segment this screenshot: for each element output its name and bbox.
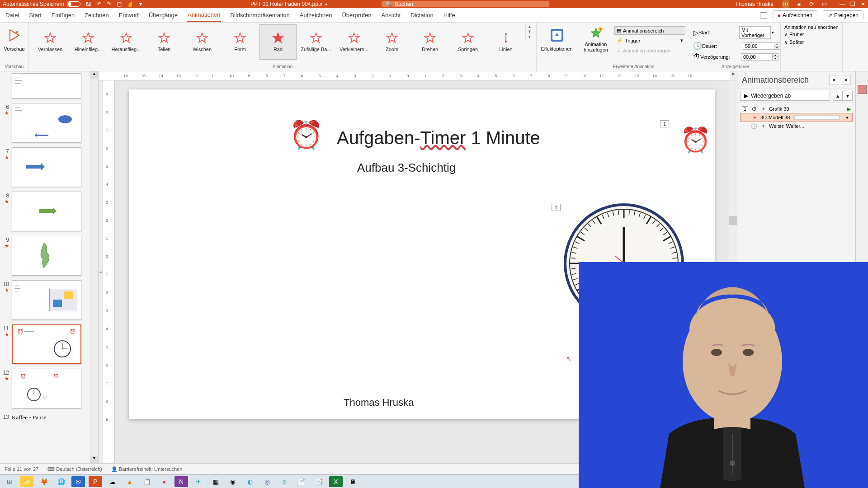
preview-icon[interactable] [6, 27, 23, 43]
firefox-icon[interactable]: 🦊 [37, 476, 51, 487]
spaeter-button[interactable]: ∨ Später [784, 39, 839, 45]
anim-hineinflieg[interactable]: Hineinflieg... [70, 24, 107, 60]
powerpoint-icon[interactable]: P [89, 476, 102, 487]
frueher-button[interactable]: ∧ Früher [784, 32, 839, 38]
sidebar-tool-icon[interactable] [858, 85, 867, 94]
tab-ueberpruefen[interactable]: Überprüfen [341, 9, 372, 21]
slide-thumb-13[interactable]: Kaffee - Pause [12, 413, 81, 422]
tab-ansicht[interactable]: Ansicht [380, 9, 401, 21]
anim-wischen[interactable]: Wischen [184, 24, 221, 60]
share-button[interactable]: ↗Freigeben [823, 10, 863, 20]
maximize-icon[interactable]: ❐ [850, 1, 855, 7]
redo-icon[interactable]: ↷ [107, 1, 111, 7]
telegram-icon[interactable]: ✈ [192, 476, 205, 487]
autosave-toggle[interactable]: Automatisches Speichern [3, 1, 80, 7]
animpane-options-icon[interactable]: ▾ [829, 75, 839, 85]
anim-item-grafik39[interactable]: 1 ⏱ ✦ Grafik 39 ▶ [740, 105, 853, 113]
animationsbereich-button[interactable]: ▤Animationsbereich [614, 26, 685, 35]
gallery-scroll[interactable]: ▲▼▾ [525, 24, 533, 39]
slide-thumb-6[interactable]: ━━━━━━━━━ [12, 103, 81, 143]
slide-thumb-10[interactable]: ━━━━━━━━━━ [12, 280, 81, 320]
anim-zoom[interactable]: Zoom [373, 24, 410, 60]
app-icon-1[interactable]: ☁ [106, 476, 119, 487]
vlc-icon[interactable]: ▲ [123, 476, 137, 487]
chrome-icon[interactable]: 🌐 [54, 476, 68, 487]
save-icon[interactable]: 🖫 [86, 1, 91, 7]
move-up-button[interactable]: ▲ [833, 91, 843, 101]
tab-einfuegen[interactable]: Einfügen [51, 9, 75, 21]
animpane-close-icon[interactable]: ✕ [841, 75, 851, 85]
undo-icon[interactable]: ↶ [97, 1, 101, 7]
explorer-icon[interactable]: 📁 [20, 476, 33, 487]
slide-thumb-7[interactable] [12, 147, 81, 187]
effect-options-icon[interactable] [548, 26, 566, 44]
anim-teilen[interactable]: Teilen [146, 24, 183, 60]
touch-icon[interactable]: ☝ [127, 1, 134, 7]
slide-thumb-11[interactable]: ⏰━━━━━━━⏰ [12, 324, 81, 364]
username[interactable]: Thomas Hruska [735, 1, 774, 7]
tab-datei[interactable]: Datei [5, 9, 20, 21]
status-access[interactable]: 👤 Barrierefreiheit: Untersuchen [111, 466, 183, 472]
app-icon-8[interactable]: 📑 [312, 476, 326, 487]
filename[interactable]: PPT 01 Roter Faden 004.pptx ▾ [250, 1, 327, 7]
app-icon-9[interactable]: 🖥 [346, 476, 360, 487]
app-icon-6[interactable]: ◎ [260, 476, 274, 487]
close-icon[interactable]: ✕ [861, 1, 865, 7]
hscroll-right[interactable]: ▶ [730, 71, 737, 80]
anim-springen[interactable]: Springen [449, 24, 486, 60]
app-icon-3[interactable]: ● [157, 476, 171, 487]
obs-icon[interactable]: ◉ [226, 476, 240, 487]
anim-rad[interactable]: Rad [259, 24, 297, 60]
collapse-left[interactable]: ◂ [99, 80, 103, 463]
anim-form[interactable]: Form [222, 24, 259, 60]
tab-dictation[interactable]: Dictation [410, 9, 434, 21]
item-dropdown-icon[interactable]: ▾ [844, 115, 850, 121]
excel-icon[interactable]: X [329, 476, 343, 487]
slidepanel-scrollbar[interactable]: ▲▼ [90, 71, 98, 463]
search-box[interactable]: 🔍 Suchen [382, 1, 549, 7]
edge-icon[interactable]: e [278, 476, 291, 487]
qat-more-icon[interactable]: ▾ [139, 1, 142, 7]
tab-uebergaenge[interactable]: Übergänge [148, 9, 179, 21]
tab-hilfe[interactable]: Hilfe [443, 9, 456, 21]
tab-start[interactable]: Start [28, 9, 42, 21]
comments-icon[interactable] [760, 12, 767, 19]
app-icon-2[interactable]: 📋 [140, 476, 154, 487]
anim-drehen[interactable]: Drehen [411, 24, 448, 60]
dauer-input[interactable]: 59,00 [743, 42, 774, 50]
present-icon[interactable]: ▢ [117, 1, 122, 7]
app-icon-4[interactable]: ▦ [209, 476, 222, 487]
anim-tag-1[interactable]: 1 [660, 120, 669, 127]
anim-tag-2[interactable]: 1 [552, 204, 561, 211]
user-avatar[interactable]: TH [782, 0, 789, 8]
window-icon[interactable]: ▭ [822, 1, 827, 7]
minimize-icon[interactable]: — [840, 1, 845, 7]
start-icon[interactable]: ⊞ [3, 476, 16, 487]
slide-thumb-9[interactable] [12, 236, 81, 276]
anim-verblassen[interactable]: Verblassen [32, 24, 69, 60]
outlook-icon[interactable]: ✉ [71, 476, 85, 487]
anim-item-weiter[interactable]: 🕓 ✦ Weiter: Weiter... [740, 122, 853, 130]
anim-item-3dmodell38[interactable]: ✦ 3D-Modell 38 ▾ [740, 113, 853, 122]
tab-bildschirm[interactable]: Bildschirmpräsentation [229, 9, 291, 21]
add-animation-icon[interactable]: + [589, 26, 603, 41]
slide-thumb-8[interactable] [12, 192, 81, 231]
anim-herausflieg[interactable]: Herausflieg... [108, 24, 145, 60]
anim-linien[interactable]: Linien [487, 24, 524, 60]
app-icon-5[interactable]: ◐ [243, 476, 257, 487]
onenote-icon[interactable]: N [175, 476, 188, 487]
slide-thumb-12[interactable]: ⏰⏰♡ [12, 369, 81, 408]
anim-verkleinern[interactable]: Verkleinern... [335, 24, 373, 60]
tab-animationen[interactable]: Animationen [187, 9, 221, 22]
sync-icon[interactable]: ⟳ [809, 1, 814, 7]
cloud-icon[interactable]: ◈ [797, 1, 801, 7]
tab-entwurf[interactable]: Entwurf [118, 9, 140, 21]
tab-zeichnen[interactable]: Zeichnen [84, 9, 109, 21]
slide-thumb-5[interactable]: ━━━━━━━━━━━━━ [12, 73, 81, 99]
move-down-button[interactable]: ▼ [843, 91, 853, 101]
trigger-button[interactable]: ⚡Trigger▾ [614, 36, 685, 45]
app-icon-7[interactable]: 📄 [295, 476, 308, 487]
start-select[interactable]: Mit Vorheriger [739, 26, 771, 39]
play-from-button[interactable]: ▶Wiedergeben ab [740, 91, 830, 101]
anim-zufaellig[interactable]: Zufällige Ba... [297, 24, 335, 60]
